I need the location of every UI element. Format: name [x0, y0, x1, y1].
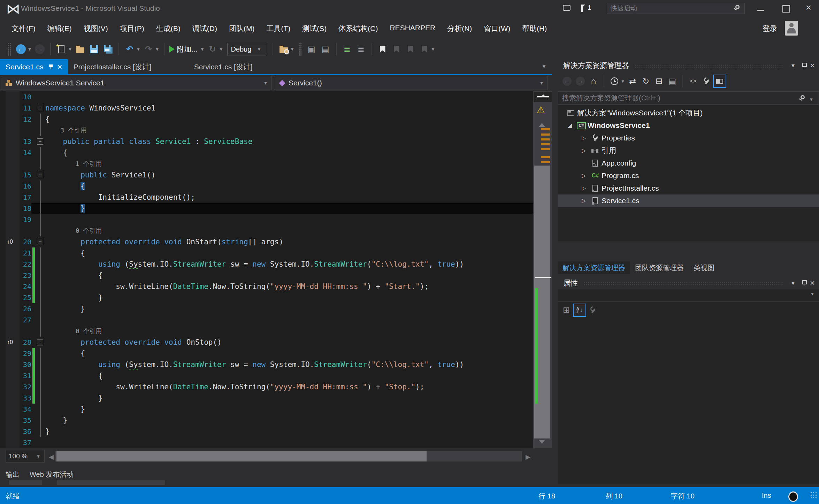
editor-scrollbar[interactable]: ⚠ [533, 91, 552, 448]
pin-icon[interactable] [802, 62, 806, 69]
code-line[interactable]: } [45, 392, 533, 404]
notification-count[interactable]: 1 [588, 4, 591, 12]
fold-margin[interactable] [36, 437, 45, 448]
code-line[interactable]: } [45, 426, 533, 437]
tree-item-5[interactable]: ▷C#Program.cs [558, 169, 819, 182]
menu-item-0[interactable]: 文件(F) [6, 21, 41, 36]
menu-item-3[interactable]: 项目(P) [114, 21, 150, 36]
menu-item-5[interactable]: 调试(D) [186, 21, 223, 36]
navigate-forward-button[interactable]: → [34, 43, 46, 55]
code-line[interactable]: 1 个引用 [45, 158, 533, 169]
properties-wrench-button[interactable] [700, 75, 713, 88]
fold-margin[interactable] [36, 259, 45, 270]
tree-item-0[interactable]: 解决方案"WindowsService1"(1 个项目) [558, 107, 819, 119]
tree-item-1[interactable]: ◢C#WindowsService1 [558, 119, 819, 132]
alphabetical-sort-icon[interactable]: AZ↓ [573, 304, 586, 317]
uncomment-lines-button[interactable]: ≣ [355, 43, 367, 55]
breakpoint-margin[interactable] [6, 270, 20, 281]
fold-margin[interactable] [36, 125, 45, 136]
dropdown-caret-icon[interactable]: ▾ [27, 46, 32, 52]
dropdown-caret-icon[interactable]: ▾ [200, 46, 205, 52]
breakpoint-margin[interactable]: ↑0 [6, 337, 20, 348]
breakpoint-margin[interactable] [6, 437, 20, 448]
menu-item-1[interactable]: 编辑(E) [41, 21, 78, 36]
dropdown-caret-icon[interactable]: ▾ [431, 46, 436, 52]
user-avatar[interactable] [785, 21, 798, 36]
scroll-left-arrow[interactable]: ◀ [49, 453, 54, 461]
history-back-button[interactable]: ← [560, 75, 574, 88]
breakpoint-margin[interactable] [6, 91, 20, 102]
fold-margin[interactable] [36, 359, 45, 370]
dropdown-caret-icon[interactable]: ▾ [68, 46, 72, 52]
restart-button[interactable]: ↻ [207, 43, 219, 55]
fold-margin[interactable] [36, 370, 45, 381]
dropdown-caret-icon[interactable]: ▾ [155, 46, 160, 52]
code-line[interactable]: } [45, 292, 533, 303]
navigate-to-button[interactable]: ▣ [306, 43, 317, 55]
breakpoint-margin[interactable] [6, 392, 20, 404]
output-tab-0[interactable]: 输出 [6, 470, 20, 479]
solution-explorer-search-input[interactable]: 搜索解决方案资源管理器(Ctrl+;) ▾ [558, 91, 819, 105]
pin-icon[interactable] [802, 280, 806, 287]
expander-collapsed-icon[interactable]: ▷ [579, 147, 589, 154]
horizontal-scrollbar-thumb[interactable] [56, 451, 427, 461]
bookmark-button[interactable] [377, 43, 389, 55]
member-dropdown[interactable]: Service1() ▾ [274, 76, 548, 90]
pin-tab-icon[interactable] [48, 64, 53, 70]
previous-bookmark-button[interactable] [391, 43, 403, 55]
fold-margin[interactable] [36, 91, 45, 102]
breakpoint-margin[interactable] [6, 136, 20, 147]
breakpoint-margin[interactable] [6, 147, 20, 158]
code-line[interactable]: } [45, 203, 533, 214]
breakpoint-margin[interactable] [6, 281, 20, 292]
breakpoint-margin[interactable] [6, 292, 20, 303]
scroll-right-arrow[interactable]: ▶ [526, 453, 530, 461]
fold-margin[interactable] [36, 303, 45, 314]
fold-margin[interactable] [36, 247, 45, 259]
breakpoint-margin[interactable] [6, 102, 20, 114]
fold-margin[interactable] [36, 181, 45, 192]
code-line[interactable]: { [45, 247, 533, 259]
code-line[interactable]: namespace WindowsService1 [45, 102, 533, 114]
undo-button[interactable]: ↶ [124, 43, 136, 55]
home-button[interactable]: ⌂ [587, 75, 600, 88]
chevron-down-icon[interactable]: ▾ [809, 93, 814, 106]
code-line[interactable]: 0 个引用 [45, 225, 533, 236]
properties-object-dropdown[interactable]: ▾ [558, 289, 819, 302]
breakpoint-margin[interactable] [6, 225, 20, 236]
comment-lines-button[interactable]: ≣ [341, 43, 353, 55]
toolbar-grip[interactable] [298, 43, 302, 56]
pending-changes-filter-button[interactable] [608, 75, 621, 88]
collapse-region-icon[interactable]: − [37, 339, 43, 345]
code-line[interactable] [45, 91, 533, 102]
interactive-window-button[interactable]: ▤ [320, 43, 331, 55]
vertical-scrollbar-thumb[interactable] [534, 166, 550, 438]
resize-grip[interactable] [810, 491, 818, 499]
dropdown-caret-icon[interactable]: ▾ [290, 46, 295, 52]
fold-margin[interactable] [36, 270, 45, 281]
refresh-button[interactable]: ↻ [639, 75, 652, 88]
breakpoint-margin[interactable] [6, 404, 20, 415]
horizontal-scrollbar[interactable] [55, 451, 522, 461]
scroll-up-arrow[interactable] [539, 120, 545, 127]
document-tab-2[interactable]: Service1.cs [设计] [189, 59, 258, 74]
panel-grip[interactable] [583, 282, 783, 286]
close-tab-icon[interactable]: × [58, 63, 62, 71]
code-line[interactable] [45, 314, 533, 326]
fold-margin[interactable] [36, 292, 45, 303]
breakpoint-margin[interactable] [6, 114, 20, 125]
view-code-button[interactable]: <> [687, 75, 700, 88]
expander-collapsed-icon[interactable]: ▷ [579, 185, 589, 191]
code-line[interactable]: } [45, 303, 533, 314]
notifications-flag-icon[interactable] [581, 5, 585, 8]
close-icon[interactable]: × [810, 61, 815, 70]
menu-item-13[interactable]: 帮助(H) [516, 21, 553, 36]
expander-expanded-icon[interactable]: ◢ [565, 122, 575, 129]
breakpoint-margin[interactable] [6, 303, 20, 314]
fold-margin[interactable] [36, 214, 45, 225]
panel-grip[interactable] [635, 64, 783, 68]
collapse-region-icon[interactable]: − [37, 239, 43, 245]
open-file-button[interactable] [74, 43, 86, 55]
expander-collapsed-icon[interactable]: ▷ [579, 135, 589, 141]
code-line[interactable]: 3 个引用 [45, 125, 533, 136]
